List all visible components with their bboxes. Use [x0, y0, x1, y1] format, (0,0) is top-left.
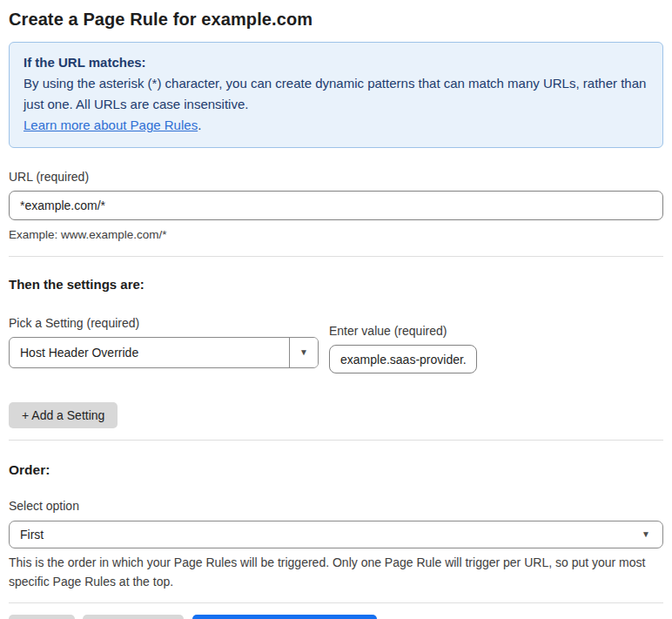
add-setting-button[interactable]: + Add a Setting [9, 402, 118, 428]
setting-row: Pick a Setting (required) Host Header Ov… [9, 316, 663, 373]
info-box-heading: If the URL matches: [24, 52, 648, 73]
pick-setting-select[interactable]: Host Header Override ▼ [9, 337, 319, 368]
pick-setting-dropdown-button[interactable]: ▼ [289, 338, 318, 367]
save-and-deploy-button[interactable]: Save and Deploy Page Rule [192, 615, 377, 619]
url-input[interactable] [9, 191, 663, 220]
info-box-body: By using the asterisk (*) character, you… [24, 73, 648, 115]
divider [9, 602, 663, 603]
link-period: . [198, 118, 201, 132]
divider [9, 440, 663, 441]
order-section-heading: Order: [9, 462, 663, 478]
pick-setting-column: Pick a Setting (required) Host Header Ov… [9, 316, 319, 373]
chevron-down-icon: ▼ [642, 530, 662, 539]
info-box-link-line: Learn more about Page Rules. [24, 115, 648, 136]
enter-value-column: Enter value (required) [329, 324, 477, 373]
pick-setting-label: Pick a Setting (required) [9, 316, 319, 331]
order-select-label: Select option [9, 499, 663, 514]
chevron-down-icon: ▼ [299, 348, 308, 357]
action-button-row: Cancel Save as Draft Save and Deploy Pag… [9, 615, 663, 619]
order-select[interactable]: First ▼ [9, 521, 663, 548]
divider [9, 256, 663, 257]
url-field-label: URL (required) [9, 170, 663, 185]
save-as-draft-button[interactable]: Save as Draft [83, 615, 185, 619]
enter-value-label: Enter value (required) [329, 324, 477, 339]
settings-section-heading: Then the settings are: [9, 277, 663, 293]
setting-value-input[interactable] [329, 345, 477, 373]
pick-setting-selected-value: Host Header Override [10, 346, 289, 360]
order-selected-value: First [10, 528, 642, 542]
page-title: Create a Page Rule for example.com [9, 0, 663, 30]
order-helper-text: This is the order in which your Page Rul… [9, 553, 653, 591]
url-example-helper: Example: www.example.com/* [9, 226, 663, 244]
learn-more-page-rules-link[interactable]: Learn more about Page Rules [24, 118, 198, 132]
cancel-button[interactable]: Cancel [9, 615, 75, 619]
url-matches-info-box: If the URL matches: By using the asteris… [9, 42, 663, 148]
create-page-rule-form: Create a Page Rule for example.com If th… [0, 0, 672, 619]
